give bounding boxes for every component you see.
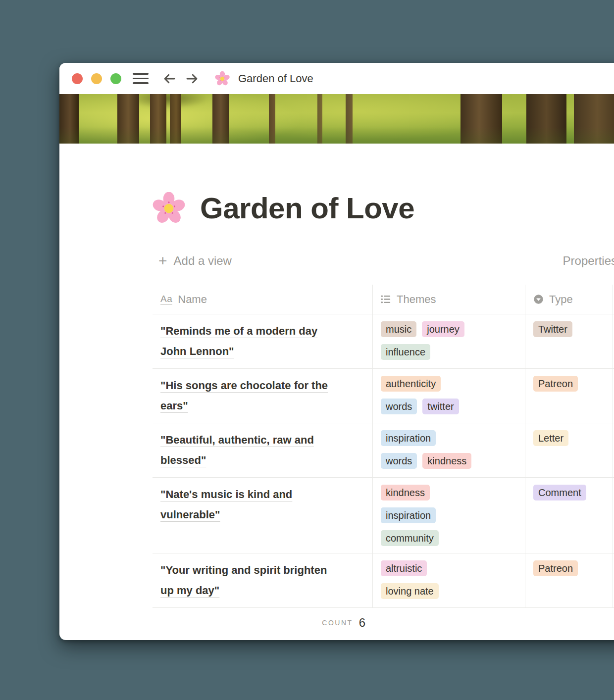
back-button[interactable] [161, 71, 177, 86]
type-tag: Comment [533, 485, 586, 500]
theme-tag: words [381, 399, 417, 414]
column-header-themes[interactable]: Themes [372, 285, 525, 314]
cherry-blossom-icon[interactable] [153, 192, 185, 225]
tag-line: loving nate [381, 583, 517, 599]
row-title-link[interactable]: "His songs are chocolate for the ears" [160, 375, 342, 416]
table-body: "Reminds me of a modern day John Lennon"… [153, 314, 614, 608]
name-cell: "Your writing and spirit brighten up my … [153, 553, 372, 607]
window-title: Garden of Love [238, 72, 313, 85]
cover-shading [59, 127, 614, 144]
theme-tag: words [381, 453, 417, 469]
zoom-button[interactable] [110, 73, 121, 84]
cover-image[interactable] [59, 94, 614, 144]
type-tag: Twitter [533, 321, 572, 337]
window-titlebar: Garden of Love [59, 63, 614, 94]
name-cell: "Beautiful, authentic, raw and blessed" [153, 423, 372, 477]
theme-tag: inspiration [381, 430, 436, 446]
type-cell[interactable]: Patreon [525, 369, 613, 423]
theme-tag: community [381, 530, 439, 546]
view-toolbar: + Add a view Properties [153, 252, 614, 270]
table-row: "Your writing and spirit brighten up my … [153, 553, 614, 608]
type-tag: Patreon [533, 560, 578, 576]
tag-line: wordskindness [381, 453, 517, 469]
theme-tag: music [381, 321, 416, 337]
plus-icon: + [158, 255, 167, 267]
theme-tag: authenticity [381, 376, 441, 392]
name-cell: "His songs are chocolate for the ears" [153, 369, 372, 423]
themes-cell[interactable]: altruisticloving nate [372, 553, 525, 607]
tag-line: wordstwitter [381, 399, 517, 414]
theme-tag: kindness [381, 485, 430, 500]
table-row: "Reminds me of a modern day John Lennon"… [153, 314, 614, 369]
add-view-button[interactable]: + Add a view [158, 254, 232, 268]
properties-button[interactable]: Properties [563, 254, 614, 268]
arrow-left-icon [162, 71, 177, 86]
database-table: AaNameThemesType "Reminds me of a modern… [153, 285, 614, 638]
multiselect-icon [381, 294, 391, 304]
table-row: "Nate's music is kind and vulnerable"kin… [153, 478, 614, 553]
page-title-row: Garden of Love [153, 191, 614, 225]
count-aggregate[interactable]: COUNT 6 [153, 608, 372, 638]
row-title-link[interactable]: "Your writing and spirit brighten up my … [160, 560, 342, 600]
forward-button[interactable] [184, 71, 200, 86]
notion-window: Garden of Love Garden of Love + Add a [59, 63, 614, 640]
tag-line: altruistic [381, 560, 517, 576]
name-cell: "Reminds me of a modern day John Lennon" [153, 314, 372, 368]
arrow-right-icon [185, 71, 200, 86]
tag-line: influence [381, 344, 517, 360]
add-view-label: Add a view [174, 254, 232, 268]
table-row: "His songs are chocolate for the ears"au… [153, 369, 614, 423]
theme-tag: inspiration [381, 507, 436, 523]
name-cell: "Nate's music is kind and vulnerable" [153, 478, 372, 553]
tag-line: kindness [381, 485, 517, 500]
type-cell[interactable]: Twitter [525, 314, 613, 368]
sidebar-toggle-button[interactable] [133, 73, 149, 84]
cover-foliage [128, 94, 208, 109]
cherry-blossom-icon [215, 71, 230, 86]
column-header-name[interactable]: AaName [153, 285, 372, 314]
type-tag: Patreon [533, 376, 578, 392]
themes-cell[interactable]: inspirationwordskindness [372, 423, 525, 477]
row-title-link[interactable]: "Beautiful, authentic, raw and blessed" [160, 430, 342, 470]
select-icon [533, 294, 544, 304]
themes-cell[interactable]: authenticitywordstwitter [372, 369, 525, 423]
themes-cell[interactable]: kindnessinspirationcommunity [372, 478, 525, 553]
theme-tag: journey [422, 321, 464, 337]
table-footer: COUNT 6 [153, 608, 614, 638]
minimize-button[interactable] [91, 73, 102, 84]
page-content: Garden of Love + Add a view Properties A… [59, 191, 614, 638]
tag-line: authenticity [381, 376, 517, 392]
type-cell[interactable]: Patreon [525, 553, 613, 607]
tag-line: community [381, 530, 517, 546]
column-label: Themes [397, 293, 436, 306]
table-row: "Beautiful, authentic, raw and blessed"i… [153, 423, 614, 478]
row-title-link[interactable]: "Nate's music is kind and vulnerable" [160, 484, 342, 525]
row-title-link[interactable]: "Reminds me of a modern day John Lennon" [160, 321, 342, 361]
theme-tag: twitter [422, 399, 459, 414]
theme-tag: kindness [422, 453, 471, 469]
close-button[interactable] [72, 73, 83, 84]
type-cell[interactable]: Comment [525, 478, 613, 553]
themes-cell[interactable]: musicjourneyinfluence [372, 314, 525, 368]
count-value: 6 [359, 616, 365, 630]
theme-tag: altruistic [381, 560, 427, 576]
tag-line: musicjourney [381, 321, 517, 337]
title-icon: Aa [160, 294, 172, 305]
type-cell[interactable]: Letter [525, 423, 613, 477]
type-tag: Letter [533, 430, 568, 446]
column-label: Name [178, 293, 207, 306]
theme-tag: loving nate [381, 583, 439, 599]
count-label: COUNT [322, 619, 353, 627]
column-header-type[interactable]: Type [525, 285, 613, 314]
tag-line: inspiration [381, 430, 517, 446]
page-title: Garden of Love [200, 191, 414, 225]
table-header-row: AaNameThemesType [153, 285, 614, 314]
column-label: Type [549, 293, 573, 306]
theme-tag: influence [381, 344, 430, 360]
tag-line: inspiration [381, 507, 517, 523]
